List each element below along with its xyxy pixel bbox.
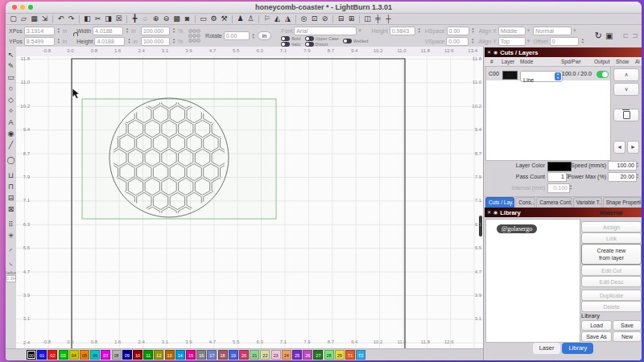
- undo-icon[interactable]: ↶: [56, 14, 66, 24]
- palette-color-16[interactable]: 16: [196, 350, 206, 360]
- palette-color-19[interactable]: 19: [229, 350, 238, 360]
- snap-icon[interactable]: ╪: [373, 14, 383, 24]
- italic-toggle[interactable]: [281, 42, 290, 47]
- material-button-delete[interactable]: Delete: [581, 301, 642, 312]
- interval-stepper[interactable]: [568, 183, 573, 191]
- palette-color-28[interactable]: 28: [324, 350, 334, 360]
- move-to-page-icon[interactable]: ◫: [362, 14, 373, 24]
- font-height-input[interactable]: 0.9843: [390, 27, 415, 35]
- palette-color-00[interactable]: 00: [27, 350, 36, 360]
- workspace-canvas[interactable]: 11.811.010.29.48.77.97.16.35.54.73.93.12…: [16, 56, 483, 352]
- palette-color-T1[interactable]: T1: [345, 350, 355, 360]
- ypos-stepper[interactable]: [56, 37, 61, 45]
- paste-icon[interactable]: ◨: [103, 14, 114, 24]
- tab-laser[interactable]: Laser: [533, 343, 561, 354]
- grid-array-tool[interactable]: ⠿: [6, 219, 16, 230]
- material-button-duplicate[interactable]: Duplicate: [581, 290, 642, 301]
- pass-count-input[interactable]: 1: [547, 172, 567, 182]
- settings-gears-icon[interactable]: ⚙: [208, 14, 219, 24]
- tab-library[interactable]: Library: [562, 343, 593, 354]
- cut-icon[interactable]: ✂: [93, 14, 103, 24]
- camera-icon[interactable]: ◙: [182, 14, 192, 24]
- center-origin-icon[interactable]: ◎: [299, 14, 309, 24]
- palette-color-11[interactable]: 11: [143, 350, 153, 360]
- zoom-in-icon[interactable]: ⊕: [151, 14, 161, 24]
- layer-page-left-button[interactable]: ◄: [613, 141, 625, 154]
- distort-toggle[interactable]: [305, 42, 314, 47]
- panel-tab-0[interactable]: Cuts / Lay...: [485, 197, 514, 208]
- edit-nodes-tool[interactable]: ✧: [6, 105, 16, 117]
- palette-color-24[interactable]: 24: [282, 350, 291, 360]
- library-save-as-button[interactable]: Save As: [581, 331, 612, 342]
- radius-input[interactable]: 0.394: [6, 275, 16, 282]
- layer-color-chip[interactable]: 00: [502, 71, 518, 80]
- palette-color-22[interactable]: 22: [260, 350, 270, 360]
- multi-user-icon[interactable]: ♟: [235, 14, 246, 24]
- position-laser-tool[interactable]: ◉: [6, 128, 16, 139]
- width-stepper[interactable]: [125, 27, 130, 35]
- circular-array-tool[interactable]: ✳: [6, 230, 16, 241]
- layer-color-swatch[interactable]: [547, 162, 572, 171]
- xpos-input[interactable]: 3.1914: [24, 27, 55, 35]
- units-button[interactable]: in: [258, 31, 271, 40]
- panel-tab-4[interactable]: Shape Properti...: [603, 197, 642, 208]
- panel-close-icon[interactable]: ✕: [487, 47, 491, 57]
- layer-move-up-button[interactable]: ∧: [613, 68, 639, 81]
- save-icon[interactable]: ▦: [29, 14, 39, 24]
- boolean-subtract-tool[interactable]: ⊟: [6, 192, 16, 204]
- vspace-stepper[interactable]: [470, 37, 475, 45]
- draw-line-tool[interactable]: ✎: [6, 60, 16, 72]
- boolean-union-tool[interactable]: ⊓: [6, 181, 16, 192]
- library-save-button[interactable]: Save: [613, 320, 642, 331]
- boolean-intersect-tool[interactable]: ⊠: [6, 204, 16, 215]
- ellipse-tool[interactable]: ○: [6, 83, 16, 94]
- panel-tab-2[interactable]: Camera Cont...: [536, 197, 572, 208]
- palette-color-02[interactable]: 02: [47, 350, 57, 360]
- palette-color-29[interactable]: 29: [335, 350, 345, 360]
- open-file-icon[interactable]: ▱: [19, 14, 29, 24]
- library-load-button[interactable]: Load: [581, 320, 612, 331]
- height-percent-stepper[interactable]: [171, 37, 176, 45]
- palette-color-06[interactable]: 06: [90, 350, 100, 360]
- palette-color-18[interactable]: 18: [218, 350, 228, 360]
- palette-color-03[interactable]: 03: [59, 350, 68, 360]
- palette-color-15[interactable]: 15: [186, 350, 196, 360]
- align-horizontal-icon[interactable]: ⊟: [336, 14, 346, 24]
- palette-color-12[interactable]: 12: [154, 350, 163, 360]
- uppercase-toggle[interactable]: [305, 36, 314, 41]
- edit-text-tool[interactable]: A: [6, 117, 16, 128]
- anchor-point-grid[interactable]: [188, 29, 200, 43]
- panel-tab-1[interactable]: Cons...: [515, 197, 535, 208]
- font-height-stepper[interactable]: [417, 27, 422, 35]
- flag-icon[interactable]: ⚐: [262, 14, 272, 24]
- bold-toggle[interactable]: [281, 36, 290, 41]
- welded-toggle[interactable]: [343, 39, 352, 43]
- palette-color-14[interactable]: 14: [175, 350, 185, 360]
- dock-left-icon[interactable]: ⊏: [622, 31, 629, 41]
- fillet-tool-b[interactable]: ◟: [6, 257, 16, 268]
- select-tool[interactable]: ↖: [6, 49, 16, 60]
- grid-helper-icon[interactable]: ┼: [383, 14, 394, 24]
- layer-page-right-button[interactable]: ►: [627, 141, 639, 154]
- align-vertical-icon[interactable]: ⊞: [346, 14, 357, 24]
- fillet-tool-a[interactable]: ◜: [6, 245, 16, 257]
- width-input[interactable]: 4.0188: [93, 27, 123, 35]
- preview-icon[interactable]: ▭: [198, 14, 208, 24]
- frame-selection-icon[interactable]: ▩: [171, 14, 182, 24]
- layer-mode-select[interactable]: Line▲▼: [520, 71, 563, 82]
- library-detach-icon[interactable]: ◉: [493, 208, 497, 217]
- palette-color-10[interactable]: 10: [133, 350, 142, 360]
- palette-color-09[interactable]: 09: [122, 350, 132, 360]
- rectangle-tool[interactable]: ▭: [6, 72, 16, 83]
- palette-color-17[interactable]: 17: [207, 350, 217, 360]
- palette-color-21[interactable]: 21: [250, 350, 259, 360]
- zoom-icon[interactable]: ◌: [140, 14, 151, 24]
- speed-input[interactable]: 100.00: [608, 161, 637, 171]
- alignx-select[interactable]: Middle: [498, 27, 526, 35]
- maximize-window-button[interactable]: [28, 5, 33, 10]
- rotate-input[interactable]: 0.00: [224, 31, 250, 40]
- layer-delete-button[interactable]: [613, 109, 639, 121]
- palette-color-20[interactable]: 20: [239, 350, 249, 360]
- palette-color-07[interactable]: 07: [101, 350, 110, 360]
- speed-stepper[interactable]: [635, 161, 640, 169]
